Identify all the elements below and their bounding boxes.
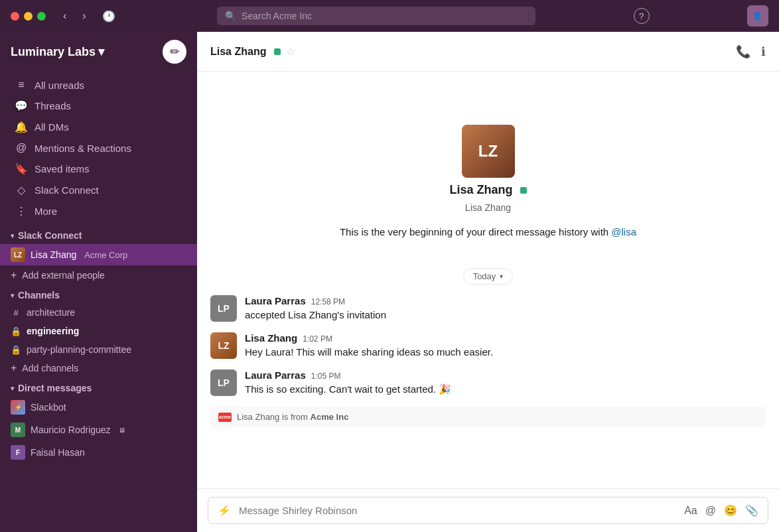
sidebar-item-engineering[interactable]: 🔒 engineering <box>0 322 197 340</box>
lock-icon: 🔒 <box>11 345 21 355</box>
message-time: 1:05 PM <box>311 371 341 381</box>
intro-text: This is the very beginning of your direc… <box>340 226 636 237</box>
profile-display-name: Lisa Zhang <box>449 183 526 197</box>
workspace-chevron: ▾ <box>98 44 104 59</box>
sidebar-item-mauricio[interactable]: M Mauricio Rodriguez 🖥 <box>0 419 197 440</box>
profile-avatar: LZ <box>462 125 515 178</box>
sidebar-item-architecture[interactable]: # architecture <box>0 304 197 321</box>
mentions-icon: @ <box>15 142 28 154</box>
format-text-button[interactable]: Aa <box>684 505 697 517</box>
info-company: Acme Inc <box>311 412 349 422</box>
message-input[interactable] <box>239 505 676 516</box>
message-content: Lisa Zhang 1:02 PM Hey Laura! This will … <box>245 332 766 359</box>
sidebar-item-all-dms[interactable]: 🔔 All DMs <box>4 117 193 137</box>
info-button[interactable]: ℹ <box>761 44 766 59</box>
mention-button[interactable]: @ <box>705 505 716 517</box>
add-channels-button[interactable]: + Add channels <box>0 359 197 377</box>
star-icon[interactable]: ☆ <box>286 45 295 58</box>
add-channels-label: Add channels <box>22 363 78 373</box>
slack-connect-icon: ◇ <box>15 184 28 196</box>
slack-connect-section-header[interactable]: ▾ Slack Connect <box>0 225 197 243</box>
status-icon: 🖥 <box>119 427 125 434</box>
maximize-button[interactable] <box>37 12 46 21</box>
sidebar-nav: ≡ All unreads 💬 Threads 🔔 All DMs @ Ment… <box>0 72 197 225</box>
message-time: 12:58 PM <box>311 297 345 306</box>
threads-icon: 💬 <box>15 100 28 112</box>
message-input-area: ⚡ Aa @ 😊 📎 <box>197 488 779 532</box>
lisa-zhang-company: Acme Corp <box>84 250 127 260</box>
dms-section-label: Direct messages <box>18 383 92 393</box>
message-text: This is so exciting. Can't wait to get s… <box>245 382 766 396</box>
compose-button[interactable]: ✏ <box>163 40 186 64</box>
sidebar-item-mentions[interactable]: @ Mentions & Reactions <box>4 138 193 158</box>
info-bar: acme Lisa Zhang is from Acme Inc <box>210 407 766 427</box>
search-bar[interactable]: 🔍 Search Acme Inc <box>217 7 535 25</box>
emoji-button[interactable]: 😊 <box>724 504 737 517</box>
workspace-name[interactable]: Luminary Labs ▾ <box>11 44 104 59</box>
message-header: Laura Parras 12:58 PM <box>245 295 766 306</box>
attach-button[interactable]: 📎 <box>745 504 758 517</box>
sidebar-item-faisal[interactable]: F Faisal Hasan <box>0 442 197 463</box>
mauricio-avatar: M <box>11 423 25 437</box>
chat-body: LZ Lisa Zhang Lisa Zhang This is the ver… <box>197 72 779 488</box>
search-placeholder: Search Acme Inc <box>242 11 312 21</box>
chat-header-name: Lisa Zhang <box>210 46 266 58</box>
user-avatar[interactable]: 👤 <box>747 5 768 27</box>
sidebar-item-all-unreads[interactable]: ≡ All unreads <box>4 75 193 95</box>
channels-chevron: ▾ <box>11 292 14 299</box>
sidebar-item-party-planning[interactable]: 🔒 party-planning-committee <box>0 341 197 358</box>
message: LP Laura Parras 12:58 PM accepted Lisa Z… <box>210 295 766 322</box>
laura-avatar-msg2: LP <box>210 369 237 396</box>
profile-status: Lisa Zhang <box>465 202 511 213</box>
all-unreads-icon: ≡ <box>15 79 28 91</box>
bolt-icon: ⚡ <box>218 504 231 517</box>
date-chevron-icon: ▾ <box>500 273 503 280</box>
sidebar-item-slackbot[interactable]: ⚡ Slackbot <box>0 397 197 418</box>
acme-logo: acme <box>218 413 232 422</box>
sidebar-item-saved[interactable]: 🔖 Saved items <box>4 159 193 179</box>
phone-button[interactable]: 📞 <box>736 44 750 59</box>
sidebar-item-lisa-zhang[interactable]: LZ Lisa Zhang Acme Corp <box>0 244 197 265</box>
message-text: accepted Lisa Zhang's invitation <box>245 308 766 322</box>
sidebar-item-threads[interactable]: 💬 Threads <box>4 96 193 116</box>
intro-section: LZ Lisa Zhang Lisa Zhang This is the ver… <box>210 85 766 257</box>
faisal-avatar: F <box>11 445 25 460</box>
dm-label: Mauricio Rodriguez <box>31 425 111 435</box>
message: LP Laura Parras 1:05 PM This is so excit… <box>210 369 766 396</box>
sidebar-item-label: More <box>35 206 57 217</box>
mention-link[interactable]: @lisa <box>611 226 636 237</box>
message-author: Lisa Zhang <box>245 332 297 344</box>
minimize-button[interactable] <box>24 12 33 21</box>
lisa-avatar-msg: LZ <box>210 332 237 359</box>
sidebar-item-label: Threads <box>35 100 71 111</box>
help-button[interactable]: ? <box>634 8 650 24</box>
main-layout: Luminary Labs ▾ ✏ ≡ All unreads 💬 Thread… <box>0 32 779 532</box>
channel-label: engineering <box>27 326 79 336</box>
message-time: 1:02 PM <box>303 334 332 344</box>
forward-button[interactable]: › <box>78 7 90 25</box>
add-external-people-button[interactable]: + Add external people <box>0 266 197 285</box>
search-icon: 🔍 <box>225 11 236 21</box>
back-button[interactable]: ‹ <box>59 7 70 25</box>
slack-connect-section-label: Slack Connect <box>18 230 82 241</box>
history-button[interactable]: 🕐 <box>98 7 119 25</box>
sidebar-item-label: Mentions & Reactions <box>35 143 131 154</box>
sidebar-item-label: Saved items <box>35 163 90 174</box>
online-status-indicator <box>274 48 281 55</box>
add-icon: + <box>11 269 17 281</box>
message-content: Laura Parras 12:58 PM accepted Lisa Zhan… <box>245 295 766 322</box>
lock-icon: 🔒 <box>11 326 21 336</box>
add-icon: + <box>11 362 17 374</box>
channels-section-label: Channels <box>18 290 60 300</box>
sidebar-item-more[interactable]: ⋮ More <box>4 201 193 222</box>
titlebar: ‹ › 🕐 🔍 Search Acme Inc ? 👤 <box>0 0 779 32</box>
date-badge[interactable]: Today ▾ <box>463 268 514 285</box>
message: LZ Lisa Zhang 1:02 PM Hey Laura! This wi… <box>210 332 766 359</box>
sidebar-item-slack-connect[interactable]: ◇ Slack Connect <box>4 180 193 200</box>
add-external-label: Add external people <box>22 270 105 281</box>
slackbot-avatar: ⚡ <box>11 400 25 415</box>
dms-section-header[interactable]: ▾ Direct messages <box>0 377 197 396</box>
channels-section-header[interactable]: ▾ Channels <box>0 285 197 303</box>
close-button[interactable] <box>11 12 19 21</box>
channel-label: architecture <box>27 307 75 318</box>
